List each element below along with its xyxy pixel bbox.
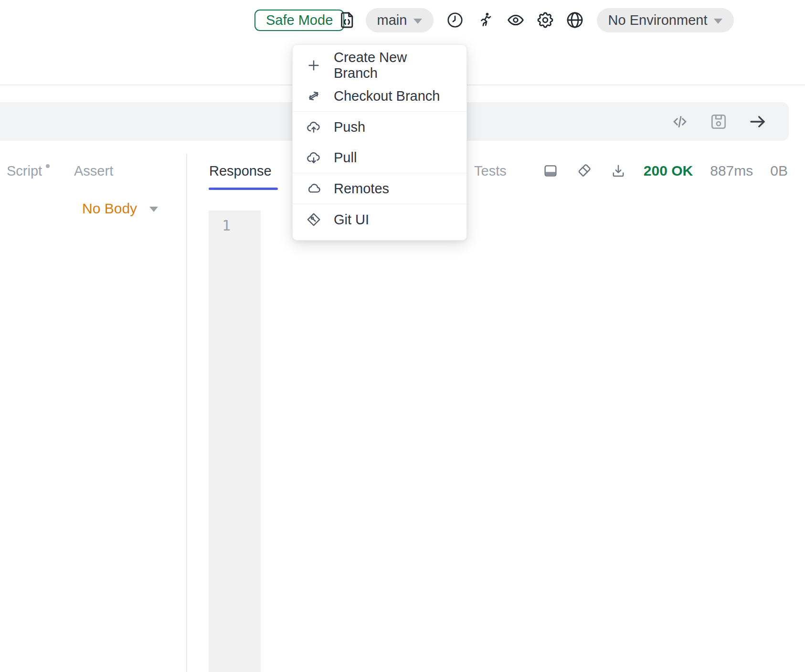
menu-item-remotes[interactable]: Remotes: [293, 173, 466, 204]
menu-item-create-new-branch[interactable]: Create New Branch: [293, 50, 466, 81]
code-view-icon[interactable]: [670, 112, 689, 131]
response-status-bar: 200 OK 887ms 0B: [542, 158, 788, 184]
response-editor[interactable]: [261, 210, 805, 672]
tab-tests[interactable]: Tests: [474, 163, 507, 179]
menu-item-push[interactable]: Push: [293, 112, 466, 142]
git-branch-menu: Create New Branch Checkout Branch Push P…: [292, 44, 467, 241]
menu-item-pull[interactable]: Pull: [293, 142, 466, 173]
runner-icon[interactable]: [476, 10, 496, 30]
cloud-upload-icon: [306, 119, 321, 135]
environment-selector[interactable]: No Environment: [597, 8, 734, 32]
active-tab-indicator: [209, 188, 278, 190]
tab-script[interactable]: Script: [7, 163, 50, 179]
app-window: Safe Mode main: [0, 0, 805, 672]
git-icon: [306, 212, 321, 227]
expand-response-icon[interactable]: [542, 163, 559, 179]
save-icon[interactable]: [709, 112, 729, 132]
chevron-down-icon: [149, 207, 158, 212]
safe-mode-badge[interactable]: Safe Mode: [254, 10, 344, 31]
editor-gutter: 1: [209, 210, 261, 672]
tab-assert[interactable]: Assert: [74, 163, 113, 179]
menu-item-git-ui[interactable]: Git UI: [293, 204, 466, 235]
cloud-icon: [306, 181, 321, 196]
status-code: 200 OK: [644, 163, 693, 179]
cloud-download-icon: [306, 150, 321, 165]
tab-response[interactable]: Response: [209, 163, 272, 179]
chevron-down-icon: [714, 19, 722, 24]
clear-response-icon[interactable]: [576, 162, 593, 179]
plus-icon: [306, 58, 321, 73]
swap-arrows-icon: [306, 88, 321, 104]
body-mode-label: No Body: [82, 200, 137, 217]
send-arrow-icon[interactable]: [748, 112, 768, 132]
download-response-icon[interactable]: [610, 163, 626, 179]
eye-icon[interactable]: [506, 10, 526, 30]
branch-selector[interactable]: main: [366, 8, 434, 32]
gear-icon[interactable]: [535, 10, 555, 30]
response-size: 0B: [770, 163, 788, 179]
body-mode-selector[interactable]: No Body: [82, 200, 158, 217]
globe-icon[interactable]: [565, 10, 585, 30]
modified-indicator: [46, 164, 50, 168]
clock-icon[interactable]: [445, 10, 465, 30]
branch-name: main: [377, 12, 407, 28]
pane-divider: [186, 154, 187, 672]
menu-item-checkout-branch[interactable]: Checkout Branch: [293, 81, 466, 111]
response-time: 887ms: [710, 163, 753, 179]
environment-name: No Environment: [608, 12, 708, 28]
line-number: 1: [209, 210, 261, 234]
code-file-icon[interactable]: [337, 10, 357, 30]
chevron-down-icon: [413, 19, 422, 24]
